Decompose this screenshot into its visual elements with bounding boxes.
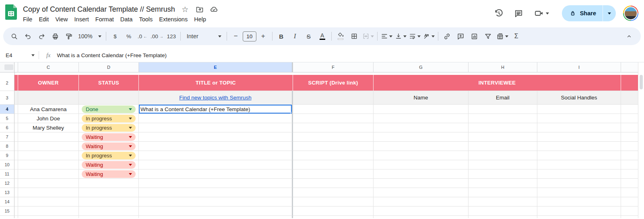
cell-J13[interactable] xyxy=(621,188,638,197)
cell-G16[interactable] xyxy=(374,216,469,218)
cell-D5-status[interactable]: In progress xyxy=(79,114,139,123)
cell-F2-script[interactable]: SCRIPT (Drive link) xyxy=(293,75,374,91)
cell-G7[interactable] xyxy=(374,132,469,142)
text-wrap-button[interactable] xyxy=(408,30,422,42)
row-header-7[interactable]: 7 xyxy=(0,132,14,142)
cell-F6[interactable] xyxy=(293,123,374,132)
fill-color-button[interactable] xyxy=(334,30,347,42)
status-chip-progress[interactable]: In progress xyxy=(82,152,136,159)
cell-F15[interactable] xyxy=(293,207,374,216)
cell-D16[interactable] xyxy=(79,216,139,218)
cell-J3[interactable] xyxy=(621,91,638,105)
row-header-5[interactable]: 5 xyxy=(0,114,14,123)
font-size-input[interactable]: 10 xyxy=(243,31,256,41)
cell-H5[interactable] xyxy=(469,114,537,123)
insert-chart-button[interactable] xyxy=(468,30,481,42)
cell-G11[interactable] xyxy=(374,169,469,179)
column-header-F[interactable]: F xyxy=(293,62,374,72)
cell-H15[interactable] xyxy=(469,207,537,216)
cell-C15-owner[interactable] xyxy=(18,207,79,216)
row-header-12[interactable]: 12 xyxy=(0,179,14,188)
cell-F12[interactable] xyxy=(293,179,374,188)
cell-C16[interactable] xyxy=(18,216,79,218)
cell-C14-owner[interactable] xyxy=(18,197,79,207)
cell-J5[interactable] xyxy=(621,114,638,123)
print-button[interactable] xyxy=(48,30,62,42)
move-folder-icon[interactable] xyxy=(195,5,204,14)
decrease-font-size-button[interactable]: − xyxy=(229,30,243,42)
status-chip-waiting[interactable]: Waiting xyxy=(82,133,136,141)
search-menus-button[interactable] xyxy=(7,30,21,42)
cell-C5-owner[interactable]: John Doe xyxy=(18,114,79,123)
cell-H16[interactable] xyxy=(469,216,537,218)
column-header-G[interactable]: G xyxy=(374,62,469,72)
row-header-14[interactable]: 14 xyxy=(0,197,14,207)
cell-G13[interactable] xyxy=(374,188,469,197)
menu-data[interactable]: Data xyxy=(117,15,136,24)
row-header-11[interactable]: 11 xyxy=(0,169,14,179)
cell-G3-name[interactable]: Name xyxy=(374,91,469,105)
redo-button[interactable] xyxy=(35,30,48,42)
cell-J2[interactable] xyxy=(621,75,638,91)
cell-B5[interactable] xyxy=(14,114,18,123)
bold-button[interactable]: B xyxy=(275,30,288,42)
document-title[interactable]: Copy of Content Calendar Template // Sem… xyxy=(23,5,175,14)
cell-J15[interactable] xyxy=(621,207,638,216)
insert-comment-button[interactable] xyxy=(454,30,468,42)
menu-extensions[interactable]: Extensions xyxy=(156,15,191,24)
functions-button[interactable]: Σ xyxy=(510,30,523,42)
cell-I16[interactable] xyxy=(537,216,621,218)
cell-I8[interactable] xyxy=(537,142,621,151)
cell-C8-owner[interactable] xyxy=(18,142,79,151)
formula-input[interactable]: What is a Content Calendar (+Free Templa… xyxy=(57,52,167,58)
cell-B11[interactable] xyxy=(14,169,18,179)
cell-G14[interactable] xyxy=(374,197,469,207)
cell-C12-owner[interactable] xyxy=(18,179,79,188)
cell-I11[interactable] xyxy=(537,169,621,179)
row-header-16[interactable] xyxy=(0,216,14,218)
cell-E14-title[interactable] xyxy=(139,197,293,207)
row-header-4[interactable]: 4 xyxy=(0,105,14,114)
cell-E16[interactable] xyxy=(139,216,293,218)
increase-decimal-button[interactable]: .00→ xyxy=(149,30,165,42)
cell-F16[interactable] xyxy=(293,216,374,218)
column-header-H[interactable]: H xyxy=(469,62,537,72)
row-header-15[interactable]: 15 xyxy=(0,207,14,216)
status-chip-waiting[interactable]: Waiting xyxy=(82,143,136,150)
cell-H11[interactable] xyxy=(469,169,537,179)
text-color-button[interactable]: A xyxy=(316,30,329,42)
cell-C3[interactable] xyxy=(18,91,79,105)
cell-H7[interactable] xyxy=(469,132,537,142)
cell-J7[interactable] xyxy=(621,132,638,142)
scrollbar-thumb[interactable] xyxy=(640,75,643,89)
cell-J12[interactable] xyxy=(621,179,638,188)
vertical-align-button[interactable] xyxy=(394,30,408,42)
row-header-6[interactable]: 6 xyxy=(0,123,14,132)
cell-B15[interactable] xyxy=(14,207,18,216)
menu-view[interactable]: View xyxy=(52,15,71,24)
column-header-D[interactable]: D xyxy=(79,62,139,72)
cell-J16[interactable] xyxy=(621,216,638,218)
status-chip-done[interactable]: Done xyxy=(82,105,136,113)
cell-I5[interactable] xyxy=(537,114,621,123)
column-header-C[interactable]: C xyxy=(18,62,79,72)
google-sheets-logo[interactable] xyxy=(5,4,17,20)
column-header-I[interactable]: I xyxy=(537,62,621,72)
status-chip-waiting[interactable]: Waiting xyxy=(82,170,136,178)
more-formats-button[interactable]: 123 xyxy=(165,30,178,42)
account-avatar[interactable] xyxy=(623,6,638,21)
cell-C7-owner[interactable] xyxy=(18,132,79,142)
column-header-partial[interactable] xyxy=(621,62,638,72)
cell-D8-status[interactable]: Waiting xyxy=(79,142,139,151)
cell-H6[interactable] xyxy=(469,123,537,132)
format-currency-button[interactable]: $ xyxy=(108,30,122,42)
hide-toolbar-button[interactable] xyxy=(622,30,636,42)
cell-G4[interactable] xyxy=(374,105,469,114)
cell-C6-owner[interactable]: Mary Shelley xyxy=(18,123,79,132)
semrush-topics-link[interactable]: Find new topics with Semrush xyxy=(179,95,251,101)
fill-handle[interactable] xyxy=(290,112,293,114)
menu-edit[interactable]: Edit xyxy=(35,15,52,24)
row-header-13[interactable]: 13 xyxy=(0,188,14,197)
cell-B9[interactable] xyxy=(14,151,18,160)
cell-F13[interactable] xyxy=(293,188,374,197)
